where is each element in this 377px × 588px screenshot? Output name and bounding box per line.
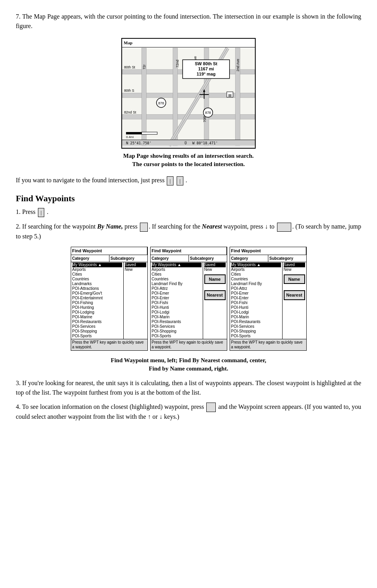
svg-text:72r: 72r [142,64,146,69]
wpt-table2-col-header: Category Subcategory [151,255,227,262]
wpt-item: New [284,267,305,272]
waypoint-tables: Find Waypoint Category Subcategory My Wa… [16,247,361,351]
wpt-item: POI-Services [72,324,122,329]
wpt-table3-col1: Category [230,255,268,262]
wpt-table3-right: Saved New Name Nearest [283,262,306,339]
wpt-table2-col2: Subcategory [189,255,227,262]
wpt-item: POI-Lodging [72,310,122,315]
wpt-table1-footer: Press the WPT key again to quickly save … [71,339,147,350]
svg-text:82nd St: 82nd St [124,110,136,114]
wpt-table1-header: Find Waypoint [71,247,147,255]
wpt-table2-col1: Category [151,255,189,262]
name-badge: Name [204,274,226,284]
wpt-item: POI-Services [231,324,281,329]
wpt-item: POI-Emer [231,291,281,296]
tables-caption-line1: Find Waypoint menu, left; Find By Neares… [16,356,361,365]
tables-caption: Find Waypoint menu, left; Find By Neares… [16,356,361,373]
section-title: Find Waypoints [16,192,361,205]
wpt-item: POI-Lodgi [152,310,202,315]
wpt-item: My Waypoints ▲ [72,263,122,267]
svg-rect-32 [126,132,142,134]
wpt-item: Saved [125,263,146,267]
svg-text:80th St: 80th St [124,65,136,69]
wpt-item: Cities [152,272,202,277]
wpt-table1-col2: Subcategory [109,255,147,262]
wpt-table-1: Find Waypoint Category Subcategory My Wa… [71,247,148,351]
wpt-item: POI-Enter [231,296,281,301]
wpt-item: POI-Attrz [231,286,281,291]
map-container: Map 72r 72n [121,38,256,168]
wpt-item: Landmarl Find By [152,282,202,286]
wpt-item: POI-Hunti [152,305,202,310]
wpt-table1-left: My Waypoints ▲ Airports Cities Countries… [71,262,124,339]
map-caption-line2: The cursor points to the located interse… [123,160,254,168]
svg-text:N  25°41.758': N 25°41.758' [126,141,151,145]
nearest-badge-3: Nearest [284,290,305,300]
wpt-item: POI-Hunti [231,305,281,310]
wpt-item: Countries [72,277,122,282]
wpt-item: POI-Lodgi [231,310,281,315]
wpt-item: POI-Shopping [72,329,122,334]
svg-text:80th S: 80th S [124,89,134,93]
svg-text:0.4mi: 0.4mi [126,135,134,138]
nearest-badge: Nearest [204,290,226,300]
wpt-item: POI-Emerg/Gov't [72,291,122,296]
svg-text:878: 878 [205,111,211,115]
map-svg: 72r 72nd 71st Ave 2nd Ave 80th St 80th S… [122,47,255,146]
svg-text:2nd Ave: 2nd Ave [236,59,240,71]
svg-text:SW 80th St: SW 80th St [195,61,217,66]
wpt-item: Saved [204,263,226,267]
wpt-table3-title: Find Waypoint [230,247,306,255]
wpt-table2-left: My Waypoints ▲ Airports Cities Countries… [151,262,203,339]
wpt-table3-col2: Subcategory [268,255,306,262]
step1-text: 1. Press [16,208,36,215]
step2-press-btn [140,223,148,232]
step1-button: | [38,208,45,217]
svg-rect-4 [141,48,146,146]
wpt-item: My Waypoints ▲ [152,263,202,267]
wpt-item: POI-Fishi [152,301,202,305]
para2-dot: . [186,177,187,183]
wpt-table1-right: Saved New [124,262,147,339]
para4-btn [206,403,216,412]
wpt-item: POI-Sports [152,334,202,338]
wpt-table3-footer: Press the WPT key again to quickly save … [230,339,306,350]
wpt-item: POI-Attractions [72,286,122,291]
wpt-table3-body: My Waypoints ▲ Airports Cities Countries… [230,262,306,339]
wpt-item: POI-Restaurants [231,320,281,324]
svg-rect-31 [228,94,232,97]
wpt-item: Airports [231,267,281,272]
wpt-item: POI-Fishing [72,301,122,305]
svg-rect-33 [141,132,157,134]
tables-caption-line2: Find by Name command, right. [16,365,361,373]
map-caption: Map Page showing results of an intersect… [123,152,254,168]
wpt-item: Landmarks [72,282,122,286]
wpt-table2-right: Saved New Name Nearest [203,262,227,339]
svg-text:W  80°18.471': W 80°18.471' [192,141,218,145]
wpt-table-2: Find Waypoint Category Subcategory My Wa… [150,247,227,351]
wpt-item: POI-Restaurants [72,320,122,324]
wpt-item: Cities [72,272,122,277]
wpt-item: Landmarl Find By [231,282,281,286]
map-title-text: Map [124,40,132,46]
para4-text1: 4. To see location information on the cl… [16,403,204,410]
wpt-table1-col1: Category [71,255,109,262]
paragraph-2: If you want to navigate to the found int… [16,176,361,185]
svg-text:1167 mi: 1167 mi [198,66,214,71]
wpt-table1-col-header: Category Subcategory [71,255,147,262]
wpt-item: POI-Emer [152,291,202,296]
wpt-item: POI-Shopping [152,329,202,334]
map-image: Map 72r 72n [121,38,256,149]
step2: 2. If searching for the waypoint By Name… [16,222,361,241]
map-caption-line1: Map Page showing results of an intersect… [123,152,254,160]
svg-text:878: 878 [158,101,164,105]
wpt-item: POI-Enter [152,296,202,301]
step2-nearest-btn [277,223,292,232]
svg-text:72nd: 72nd [175,60,179,68]
svg-text:119° mag: 119° mag [197,71,216,76]
wpt-table2-footer: Press the WPT key again to quickly save … [151,339,227,350]
wpt-item: POI-Sports [231,334,281,338]
svg-text:Ü: Ü [185,141,187,145]
wpt-table2-header: Find Waypoint [151,247,227,255]
wpt-table-3: Find Waypoint Category Subcategory My Wa… [230,247,307,351]
